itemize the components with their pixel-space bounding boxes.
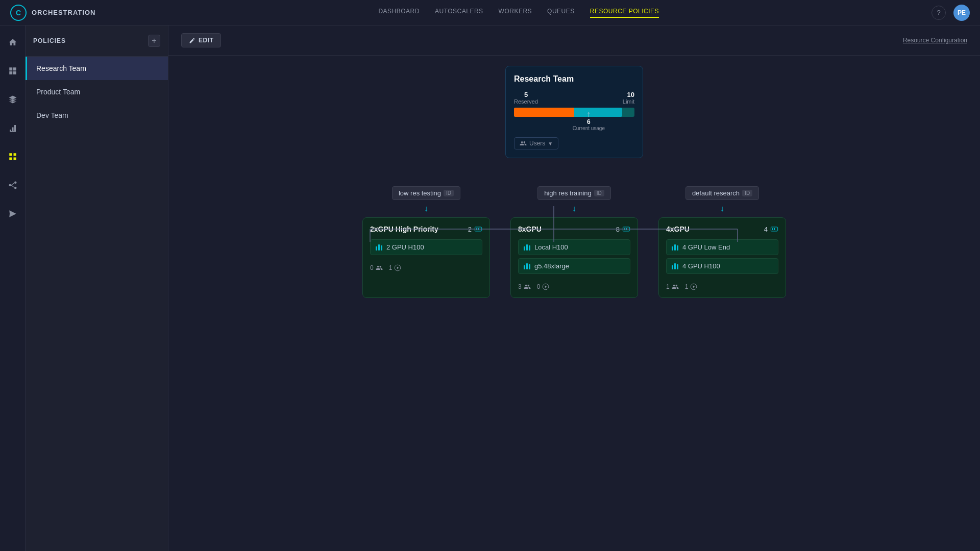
gpu-icon-2 (622, 225, 630, 233)
svg-point-8 (14, 187, 17, 189)
line-spacer (194, 158, 954, 186)
diagram-container: Research Team 5 Reserved 10 Limit (168, 56, 980, 362)
usage-bar: ↑ 6 Current usage (514, 108, 634, 117)
resource-item-4gpu-h100: 4 GPU H100 (666, 258, 778, 274)
nav-dashboard[interactable]: DASHBOARD (378, 8, 420, 18)
svg-rect-4 (9, 158, 12, 160)
svg-marker-25 (545, 286, 547, 288)
resource-card-header-2xgpu: 2xGPU High Priority 2 (370, 225, 482, 233)
main-layout: POLICIES + Research Team Product Team De… (0, 26, 980, 551)
icon-sidebar (0, 26, 26, 551)
worker-count-8xgpu: 3 (518, 283, 531, 290)
help-button[interactable]: ? (932, 6, 946, 20)
policy-item-product-team[interactable]: Product Team (26, 80, 168, 104)
app-title: ORCHESTRATION (32, 9, 95, 16)
svg-rect-18 (478, 228, 479, 230)
resource-card-4xgpu: 4xGPU 4 4 GPU Low End (658, 217, 786, 298)
nav-workers[interactable]: WORKERS (499, 8, 532, 18)
add-policy-button[interactable]: + (148, 35, 160, 47)
bar-icon-2 (524, 244, 530, 251)
svg-marker-30 (693, 286, 695, 288)
resource-card-8xgpu: 8xGPU 8 Local H100 (510, 217, 638, 298)
main-content: EDIT Resource Configuration (168, 26, 980, 551)
toolbar: EDIT Resource Configuration (168, 26, 980, 56)
top-navigation: C ORCHESTRATION DASHBOARD AUTOSCALERS WO… (0, 0, 980, 26)
usage-labels: 5 Reserved 10 Limit (514, 91, 634, 105)
user-avatar[interactable]: PE (953, 5, 970, 21)
resource-card-footer-8xgpu: 3 0 (518, 279, 630, 290)
current-usage-marker: ↑ 6 Current usage (573, 110, 605, 131)
resource-card-footer-2xgpu: 0 1 (370, 260, 482, 271)
workers-icon-3 (672, 283, 679, 290)
svg-line-10 (11, 185, 14, 188)
svg-text:C: C (16, 9, 21, 17)
bar-icon-5 (672, 263, 678, 269)
queue-arrow-low-res: ↓ (424, 204, 428, 213)
sidebar-icon-home[interactable] (4, 33, 22, 52)
resource-card-header-4xgpu: 4xGPU 4 (666, 225, 778, 233)
app-logo: C (10, 5, 27, 21)
policy-item-research-team[interactable]: Research Team (26, 57, 168, 80)
resource-card-footer-4xgpu: 1 1 (666, 279, 778, 290)
bar-icon (376, 244, 382, 251)
sidebar-icon-layers[interactable] (4, 90, 22, 109)
svg-rect-17 (476, 228, 477, 230)
resource-count-8xgpu: 8 (616, 225, 630, 233)
worker-count-4xgpu: 1 (666, 283, 679, 290)
team-card: Research Team 5 Reserved 10 Limit (505, 66, 643, 158)
users-icon (520, 140, 527, 147)
tasks-icon-3 (690, 283, 697, 290)
resource-config-link[interactable]: Resource Configuration (903, 37, 967, 44)
sidebar-icon-send[interactable] (4, 205, 22, 223)
policies-header: POLICIES + (26, 26, 168, 57)
nav-links: DASHBOARD AUTOSCALERS WORKERS QUEUES RES… (121, 8, 916, 18)
task-count-8xgpu: 0 (537, 283, 550, 290)
svg-point-7 (14, 182, 17, 184)
gpu-icon-3 (770, 225, 778, 233)
edit-icon (189, 37, 195, 44)
svg-rect-3 (13, 153, 16, 156)
sidebar-icon-graph[interactable] (4, 119, 22, 137)
resource-item-g5-48xlarge: g5.48xlarge (518, 258, 630, 274)
nav-autoscalers[interactable]: AUTOSCALERS (435, 8, 483, 18)
svg-line-9 (11, 183, 14, 186)
svg-rect-22 (624, 228, 625, 230)
queue-label-high-res: high res training ID (537, 186, 611, 200)
policy-item-dev-team[interactable]: Dev Team (26, 104, 168, 127)
sidebar-icon-dashboard[interactable] (4, 62, 22, 80)
svg-rect-27 (772, 228, 773, 230)
resource-item-4gpu-low-end: 4 GPU Low End (666, 239, 778, 255)
edit-button[interactable]: EDIT (181, 33, 221, 47)
queue-label-default: default research ID (685, 186, 759, 200)
resource-item-2gpu-h100: 2 GPU H100 (370, 239, 482, 255)
team-card-title: Research Team (514, 74, 634, 84)
nav-queues[interactable]: QUEUES (547, 8, 575, 18)
svg-marker-20 (397, 267, 399, 269)
nav-resource-policies[interactable]: RESOURCE POLICIES (590, 8, 659, 18)
svg-point-6 (9, 184, 11, 187)
bar-icon-4 (672, 244, 678, 251)
worker-count-2xgpu: 0 (370, 264, 383, 271)
reserved-label: 5 Reserved (514, 91, 538, 105)
queue-label-wrapper-low-res: low res testing ID ↓ (362, 186, 490, 213)
help-icon: ? (937, 9, 940, 16)
marker-arrow-icon: ↑ (586, 110, 591, 118)
svg-rect-23 (626, 228, 627, 230)
queue-arrow-high-res: ↓ (572, 204, 576, 213)
team-card-wrapper: Research Team 5 Reserved 10 Limit (194, 66, 954, 158)
users-button[interactable]: Users ▼ (514, 137, 558, 149)
gpu-icon (474, 225, 482, 233)
policies-sidebar: POLICIES + Research Team Product Team De… (26, 26, 168, 551)
workers-icon (376, 264, 383, 271)
sidebar-icon-connections[interactable] (4, 176, 22, 194)
queue-label-wrapper-default: default research ID ↓ (658, 186, 786, 213)
resource-cards-row: 2xGPU High Priority 2 2 GPU H100 (194, 217, 954, 298)
resource-count-2xgpu: 2 (468, 225, 482, 233)
queue-label-wrapper-high-res: high res training ID ↓ (510, 186, 638, 213)
svg-rect-28 (774, 228, 775, 230)
svg-rect-5 (13, 158, 16, 160)
queue-arrow-default: ↓ (720, 204, 724, 213)
resource-item-local-h100: Local H100 (518, 239, 630, 255)
policies-title: POLICIES (33, 37, 66, 44)
sidebar-icon-grid[interactable] (4, 147, 22, 166)
